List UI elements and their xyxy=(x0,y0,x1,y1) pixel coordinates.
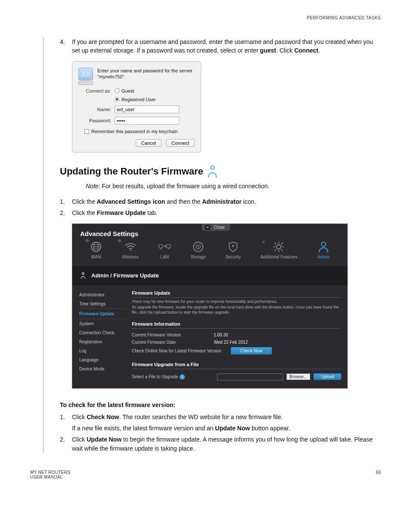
footer-left: MY NET ROUTERS USER MANUAL xyxy=(30,470,70,479)
nav-wan[interactable]: ⚙ WAN xyxy=(90,242,103,259)
close-tab[interactable]: ✕ Close xyxy=(202,224,230,231)
text: button appear. xyxy=(250,425,290,432)
svg-point-0 xyxy=(83,72,84,74)
breadcrumb-text: Admin / Firmware Update xyxy=(91,272,159,279)
registered-radio[interactable]: Registered User xyxy=(115,97,156,102)
text: If you are prompted for a username and p… xyxy=(72,38,373,54)
text: . The router searches the WD website for… xyxy=(119,414,283,420)
nav-lan[interactable]: LAN xyxy=(158,242,171,259)
nav-row: ⚙ WAN ⚙ Wireless LAN Storage xyxy=(80,237,339,264)
upload-button[interactable]: Upload xyxy=(314,373,341,380)
step-number: 2. xyxy=(60,435,72,453)
step-2: 2. Click the Firmware Update tab. xyxy=(60,208,381,217)
firmware-info-heading: Firmware Information xyxy=(132,321,341,329)
sidebar-administrator[interactable]: Administrator xyxy=(78,290,126,299)
password-input[interactable] xyxy=(115,117,179,124)
text: If a new file exists, the latest firmwar… xyxy=(72,425,215,432)
nav-label: Additional Features xyxy=(260,255,297,259)
svg-line-20 xyxy=(275,243,276,244)
label: Check Online Now for Latest Firmware Ver… xyxy=(132,348,227,353)
checkbox-icon xyxy=(84,129,89,134)
name-label: Name: xyxy=(78,107,115,112)
wifi-icon xyxy=(124,242,137,252)
guest-radio[interactable]: Guest xyxy=(115,88,134,93)
sidebar-time-settings[interactable]: Time Settings xyxy=(78,299,126,308)
value: Wed 22 Feb 2012 xyxy=(214,340,248,345)
step-text: Click Check Now. The router searches the… xyxy=(72,413,381,433)
svg-rect-8 xyxy=(159,245,163,248)
select-file-label: Select a File to Upgrade i xyxy=(132,374,214,380)
info-icon[interactable]: i xyxy=(180,374,185,380)
svg-rect-9 xyxy=(167,245,171,248)
sidebar-registration[interactable]: Registration xyxy=(78,337,126,346)
password-label: Password: xyxy=(78,118,115,123)
browse-button[interactable]: Browse... xyxy=(286,373,311,380)
panel-body: Administrator Time Settings Firmware Upd… xyxy=(72,285,347,388)
nav-admin[interactable]: Admin xyxy=(317,242,330,259)
running-header: PERFORMING ADVANCED TASKS xyxy=(30,16,381,20)
shield-icon xyxy=(227,242,240,252)
nav-security[interactable]: Security xyxy=(225,242,241,259)
check-now-button[interactable]: Check Now xyxy=(231,347,272,355)
check-latest-heading: To check for the latest firmware version… xyxy=(60,401,381,408)
connect-button[interactable]: Connect xyxy=(166,139,195,147)
lan-icon xyxy=(158,242,171,252)
remember-checkbox[interactable]: Remember this password in my keychain xyxy=(84,129,178,134)
svg-point-15 xyxy=(277,245,281,249)
help-text: To upgrade the firmware, locate the upgr… xyxy=(132,305,341,315)
value: 1.00.30 xyxy=(214,333,228,337)
text-bold: Update Now xyxy=(87,436,121,443)
nav-label: Wireless xyxy=(122,255,138,259)
nav-label: Security xyxy=(225,255,241,259)
text-bold: Firmware Update xyxy=(97,209,146,216)
firmware-update-heading: Firmware Update xyxy=(132,290,341,298)
nav-storage[interactable]: Storage xyxy=(190,242,206,259)
step-text: Click Update Now to begin the firmware u… xyxy=(72,435,381,453)
text-bold: guest xyxy=(260,47,276,54)
gear-icon: ⚙ xyxy=(118,238,122,243)
sidebar-connection-check[interactable]: Connection Check xyxy=(78,328,126,337)
text: Click the xyxy=(72,198,97,205)
text-bold: Connect xyxy=(294,47,318,54)
step-4: 4. If you are prompted for a username an… xyxy=(60,37,381,55)
nav-wireless[interactable]: ⚙ Wireless xyxy=(122,242,138,259)
file-path-field[interactable] xyxy=(217,373,283,380)
text: Click the xyxy=(72,209,97,216)
dialog-prompt: Enter your name and password for the ser… xyxy=(97,68,195,80)
sidebar-system[interactable]: System xyxy=(78,319,126,328)
heading-text: Updating the Router's Firmware xyxy=(60,166,203,177)
check-step-2: 2. Click Update Now to begin the firmwar… xyxy=(60,435,381,453)
server-icon-base xyxy=(78,81,93,85)
breadcrumb: Admin / Firmware Update xyxy=(72,266,347,285)
text-bold: Update Now xyxy=(215,425,250,432)
router-header: ✕ Close Advanced Settings ⚙ WAN ⚙ Wirele… xyxy=(72,224,347,266)
sidebar-device-mode[interactable]: Device Mode xyxy=(78,364,126,373)
step-text: If you are prompted for a username and p… xyxy=(72,37,381,55)
step-1: 1. Click the Advanced Settings icon and … xyxy=(60,197,381,206)
admin-icon xyxy=(81,272,86,279)
text: icon. xyxy=(242,198,256,205)
cancel-button[interactable]: Cancel xyxy=(136,139,162,147)
svg-point-14 xyxy=(197,246,199,247)
nav-label: Storage xyxy=(190,255,206,259)
svg-point-7 xyxy=(130,249,131,251)
svg-point-1 xyxy=(87,72,89,74)
note-label: Note: xyxy=(86,183,100,190)
sidebar-language[interactable]: Language xyxy=(78,355,126,364)
text-bold: Check Now xyxy=(87,414,119,420)
label-text: Select a File to Upgrade xyxy=(132,374,178,379)
upload-row: Select a File to Upgrade i Browse... Upl… xyxy=(132,373,341,380)
text: . xyxy=(318,47,320,54)
page-number: 66 xyxy=(376,470,381,479)
close-icon: ✕ xyxy=(205,225,210,230)
label: Current Firmware Version xyxy=(132,333,214,337)
router-screenshot: ✕ Close Advanced Settings ⚙ WAN ⚙ Wirele… xyxy=(72,224,348,389)
sidebar-firmware-update[interactable]: Firmware Update xyxy=(78,308,126,319)
note-text: For best results, upload the firmware us… xyxy=(100,183,269,190)
storage-icon xyxy=(192,242,205,252)
nav-additional[interactable]: + Additional Features xyxy=(260,242,297,259)
text: tab. xyxy=(146,209,157,216)
sidebar-log[interactable]: Log xyxy=(78,346,126,355)
name-input[interactable] xyxy=(115,106,179,113)
step-text: Click the Firmware Update tab. xyxy=(72,208,381,217)
